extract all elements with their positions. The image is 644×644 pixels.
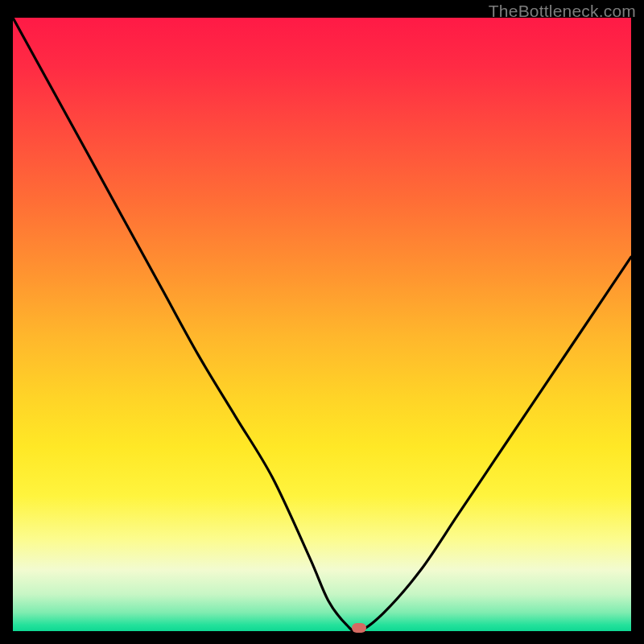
bottleneck-curve: [13, 18, 631, 632]
minimum-marker: [352, 623, 366, 633]
chart-frame: TheBottleneck.com: [0, 0, 644, 644]
curve-svg: [13, 18, 631, 631]
plot-area: [13, 18, 631, 631]
